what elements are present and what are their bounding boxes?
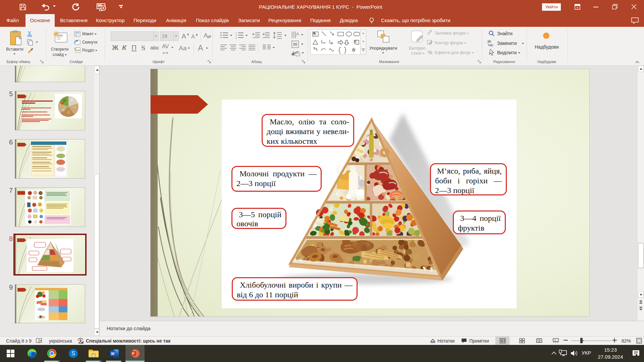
svg-text:A: A <box>296 32 299 37</box>
svg-text:1: 1 <box>235 32 237 34</box>
svg-text:ac: ac <box>490 43 493 47</box>
svg-text:P: P <box>132 352 135 356</box>
svg-text:2: 2 <box>235 34 237 37</box>
svg-text:W: W <box>111 352 115 356</box>
svg-text:3: 3 <box>235 37 237 39</box>
svg-text:ab: ab <box>487 40 491 43</box>
svg-text:S: S <box>71 351 75 356</box>
